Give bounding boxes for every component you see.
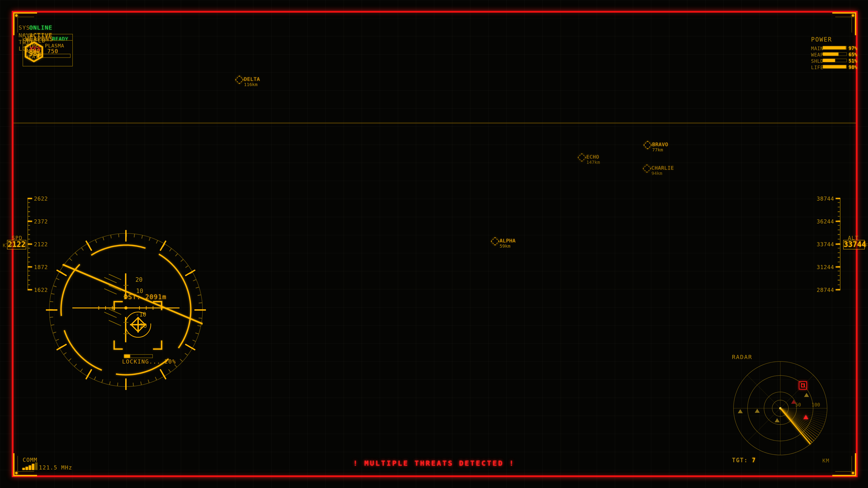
power-row-weap: WEAP 65% (811, 52, 867, 58)
target-distance: 116km (244, 82, 257, 87)
target-distance: 77km (652, 147, 663, 153)
radar-blip-friendly[interactable] (738, 409, 743, 413)
power-weap-pct: 65% (848, 52, 857, 57)
alt-tick (836, 198, 840, 199)
target-distance: 59km (500, 243, 510, 249)
alt-value-box: 33744 (843, 240, 865, 250)
power-main-pct: 97% (848, 46, 857, 51)
radar-locked-target-inner (801, 383, 805, 387)
alt-unit: FT (865, 242, 868, 248)
corner-dot (852, 14, 854, 17)
power-panel: POWER MAIN 97% WEAP 65% SHLD 51% LIFE 98… (811, 36, 867, 70)
lock-status-text: LOCKING... 20% (122, 358, 176, 365)
power-life-label: LIFE (811, 65, 824, 70)
power-row-life: LIFE 98% (811, 64, 867, 70)
radar-blip-hostile[interactable] (803, 415, 808, 419)
corner-bracket-top-left (13, 12, 37, 35)
power-row-main: MAIN 97% (811, 45, 867, 52)
power-shld-fill (823, 59, 835, 62)
alt-tick-label: 36244 (816, 219, 834, 225)
alt-tick (836, 289, 840, 290)
radar-sweep (780, 408, 827, 444)
status-row-sys: SYS: ONLINE (19, 24, 34, 31)
power-weap-bar (823, 53, 847, 56)
sys-value: ONLINE (29, 24, 53, 31)
corner-dot (852, 472, 854, 474)
target-name: CHARLIE (651, 165, 674, 171)
ladder-label-20: 20 (135, 276, 143, 283)
radar-blip-friendly[interactable] (755, 409, 760, 413)
target-distance: 94km (651, 170, 662, 176)
target-name: BRAVO (652, 142, 668, 147)
radar-blip-friendly[interactable] (775, 418, 780, 422)
radar-scope: 50 100 (731, 359, 830, 458)
shield-label: SHIELD (23, 37, 46, 44)
alt-tick (836, 243, 840, 245)
signal-bar (26, 467, 28, 470)
lock-progress-bar (124, 354, 153, 358)
power-shld-pct: 51% (848, 58, 857, 64)
reticle-major-ticks (46, 230, 206, 390)
radar-center-dot (779, 407, 781, 410)
power-life-pct: 98% (848, 65, 857, 70)
power-main-fill (823, 46, 846, 49)
alt-tick-label: 38744 (816, 196, 834, 202)
alt-tick (836, 221, 840, 222)
speed-tick (28, 198, 32, 199)
speed-tick (28, 289, 32, 290)
power-weap-fill (823, 53, 838, 56)
radar-blip-friendly[interactable] (804, 393, 809, 397)
weapons-status: READY (52, 36, 68, 42)
radar-range-labels: 50 100 (795, 402, 820, 408)
power-shld-bar (823, 59, 847, 62)
alt-tick-label: 33744 (816, 241, 834, 248)
lock-progress-fill (124, 355, 130, 358)
speed-tick-label: 2622 (34, 196, 48, 202)
target-name: ALPHA (500, 238, 516, 243)
power-main-bar (823, 46, 847, 50)
corner-dot (15, 472, 18, 474)
power-main-label: MAIN (811, 46, 824, 51)
speed-tick (28, 243, 32, 245)
distance-readout: DST: 2091m (124, 293, 166, 301)
power-life-fill (823, 65, 846, 68)
speed-unit: KTS (3, 242, 12, 248)
power-shld-label: SHLD (811, 59, 824, 64)
alt-tick-label: 31244 (816, 264, 834, 270)
speed-tick (28, 221, 32, 222)
target-name: ECHO (586, 154, 599, 160)
radar-locked-target-box[interactable] (799, 381, 807, 390)
horizontal-scanline (13, 123, 856, 124)
target-distance: 147km (586, 160, 600, 165)
signal-bar (22, 468, 25, 470)
alt-value: 33744 (844, 240, 866, 249)
radar-blip-hostile-dim[interactable] (791, 400, 796, 404)
speed-tick (28, 266, 32, 267)
hud-root: SYS: ONLINE NAV: ACTIVE TGT: 7 LOCK: YES… (0, 0, 868, 488)
corner-thin-line (835, 17, 852, 33)
speed-tick-label: 2372 (34, 219, 48, 225)
power-life-bar (823, 65, 847, 68)
ammo-value: 750 (47, 48, 58, 55)
corner-bracket-top-right (832, 12, 856, 35)
target-name: DELTA (244, 76, 260, 82)
targeting-reticle: 20 10 -10 -20 (41, 225, 213, 396)
boresight-dot (124, 306, 127, 310)
radar-range-100: 100 (811, 402, 820, 408)
power-title: POWER (811, 36, 867, 43)
power-weap-label: WEAP (811, 52, 824, 58)
power-row-shld: SHLD 51% (811, 58, 867, 64)
alt-tick-label: 28744 (816, 287, 834, 293)
threat-warning-banner: ! MULTIPLE THREATS DETECTED ! (0, 459, 868, 467)
corner-dot (15, 14, 18, 17)
alt-tick (836, 266, 840, 267)
reticle-main-circle (47, 231, 205, 389)
shield-value: 98% (29, 50, 41, 57)
